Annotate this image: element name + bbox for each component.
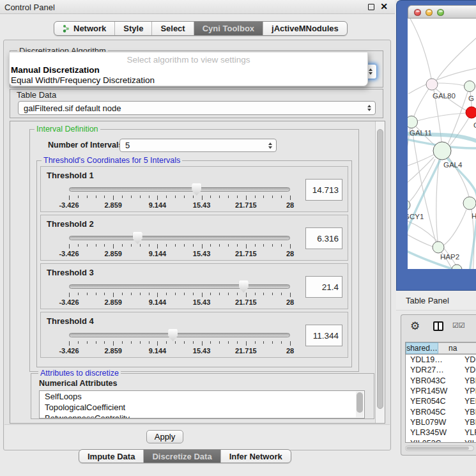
cell-shared-name[interactable]: YDL19… (406, 355, 459, 364)
bottom-tab-discretize-data[interactable]: Discretize Data (144, 450, 220, 463)
slider-track[interactable] (69, 333, 290, 337)
cell-name[interactable]: YER0 (459, 397, 476, 406)
bottom-tab-infer-network[interactable]: Infer Network (221, 450, 291, 463)
cell-shared-name[interactable]: YER054C (406, 397, 459, 406)
network-node[interactable] (408, 116, 418, 128)
table-row[interactable]: YDR27…YDR2 (406, 365, 476, 375)
threshold-slider[interactable]: -3.4262.8599.14415.4321.71528 (69, 280, 290, 307)
threshold-value-field[interactable]: 21.4 (305, 276, 342, 298)
network-edge[interactable] (408, 229, 433, 247)
split-columns-icon[interactable] (433, 321, 443, 331)
network-edge[interactable] (414, 89, 429, 116)
table-row[interactable]: YIL053CYIL0 (406, 438, 476, 443)
threshold-slider[interactable]: -3.4262.8599.14415.4321.71528 (69, 329, 290, 356)
attribute-list-scrollbar[interactable] (356, 392, 364, 417)
network-edge[interactable] (410, 19, 431, 79)
table-row[interactable]: YBR045CYBR0 (406, 406, 476, 417)
attribute-list-item[interactable]: SelfLoops (40, 391, 364, 402)
network-node[interactable] (464, 81, 475, 92)
network-edge-thick[interactable] (443, 154, 476, 269)
table-data-combobox[interactable]: galFiltered.sif default node (18, 101, 376, 115)
tab-style[interactable]: Style (115, 22, 152, 35)
select-columns-icon[interactable]: ☑☑ (452, 321, 465, 330)
menu-item-equal-width-frequency[interactable]: Equal Width/Frequency Discretization (11, 75, 155, 85)
cell-name[interactable]: YBR0 (459, 408, 476, 417)
bottom-tab-impute-data[interactable]: Impute Data (79, 450, 144, 463)
cell-name[interactable]: YBL0 (459, 418, 476, 427)
cell-name[interactable]: YBR0 (459, 376, 476, 385)
menu-item-manual-discretization[interactable]: Manual Discretization (11, 65, 100, 75)
apply-button[interactable]: Apply (146, 430, 183, 443)
threshold-slider[interactable]: -3.4262.8599.14415.4321.71528 (69, 232, 290, 259)
cell-name[interactable]: YDL1 (459, 355, 476, 364)
table-panel-titlebar[interactable]: Table Panel (396, 291, 476, 311)
cell-shared-name[interactable]: YLR345W (406, 428, 459, 437)
numerical-attributes-list[interactable]: SelfLoopsTopologicalCoefficientBetweenne… (39, 390, 365, 418)
close-traffic-light[interactable] (414, 9, 421, 16)
scrollbar-thumb[interactable] (377, 129, 383, 409)
cell-name[interactable]: YPR1 (459, 387, 476, 395)
settings-vertical-scrollbar[interactable] (375, 121, 385, 423)
tab-network[interactable]: Network (54, 22, 115, 35)
column-header-name[interactable]: na (438, 342, 476, 354)
network-edge[interactable] (443, 210, 466, 246)
scrollbar-thumb[interactable] (357, 392, 363, 413)
network-edge[interactable] (436, 38, 476, 81)
float-window-icon[interactable] (368, 4, 374, 10)
cell-shared-name[interactable]: YPR145W (406, 387, 459, 395)
table-horizontal-scrollbar[interactable] (405, 445, 474, 451)
close-icon[interactable]: ✕ (380, 1, 388, 12)
table-row[interactable]: YBL079WYBL0 (406, 417, 476, 427)
cell-name[interactable]: YIL0 (459, 439, 476, 443)
table-row[interactable]: YER054CYER0 (406, 396, 476, 406)
slider-track[interactable] (69, 187, 290, 192)
tab-cyni-toolbox[interactable]: Cyni Toolbox (194, 22, 263, 35)
threshold-value-field[interactable]: 11.344 (305, 325, 342, 346)
zoom-traffic-light[interactable] (437, 9, 444, 16)
cell-name[interactable]: YDR2 (459, 365, 476, 374)
gear-icon[interactable]: ⚙ (410, 320, 420, 333)
slider-track[interactable] (69, 284, 290, 289)
cell-shared-name[interactable]: YBR043C (406, 376, 459, 385)
tab-select[interactable]: Select (152, 22, 194, 35)
table-row[interactable]: YPR145WYPR1 (406, 386, 476, 396)
number-of-intervals-combobox[interactable]: 5 (119, 139, 277, 152)
network-window-titlebar[interactable] (408, 5, 476, 19)
cell-shared-name[interactable]: YIL053C (406, 439, 459, 443)
network-edge[interactable] (417, 113, 466, 121)
table-row[interactable]: YBR043CYBR0 (406, 376, 476, 386)
control-panel-titlebar[interactable]: Control Panel ✕ (0, 0, 395, 14)
network-edge[interactable] (437, 83, 464, 86)
network-node[interactable] (466, 107, 476, 118)
table-row[interactable]: YDL19…YDL1 (406, 355, 476, 365)
network-edge[interactable] (449, 118, 469, 146)
attribute-list-item[interactable]: BetweennessCentrality (40, 413, 364, 418)
slider-track[interactable] (69, 236, 290, 240)
slider-thumb[interactable] (133, 232, 142, 244)
cell-shared-name[interactable]: YBL079W (406, 418, 459, 427)
table-row[interactable]: YLR345WYLR3 (406, 427, 476, 438)
threshold-value-field[interactable]: 14.713 (305, 179, 342, 201)
network-node[interactable] (433, 242, 444, 253)
network-node[interactable] (426, 79, 438, 90)
threshold-slider[interactable]: -3.4262.8599.14415.4321.71528 (69, 183, 290, 210)
cell-shared-name[interactable]: YBR045C (406, 408, 459, 417)
slider-thumb[interactable] (239, 280, 249, 293)
slider-thumb[interactable] (168, 329, 178, 341)
algorithm-hint-item[interactable]: Select algorithm to view settings (10, 55, 367, 65)
network-node[interactable] (452, 265, 462, 269)
network-node[interactable] (463, 197, 476, 210)
cell-name[interactable]: YLR3 (459, 428, 476, 437)
network-canvas[interactable]: GAL80GCGAL11GAL4GCY1HHAP2 (408, 19, 476, 269)
slider-thumb[interactable] (192, 183, 201, 196)
cell-shared-name[interactable]: YDR27… (406, 365, 459, 374)
column-header-shared-name[interactable]: shared… (406, 342, 438, 354)
scrollbar-thumb[interactable] (406, 447, 469, 450)
network-node[interactable] (433, 142, 451, 160)
attribute-list-item[interactable]: TopologicalCoefficient (40, 402, 364, 413)
threshold-value-field[interactable]: 6.316 (305, 227, 342, 249)
minimize-traffic-light[interactable] (426, 9, 433, 16)
network-edge[interactable] (436, 160, 439, 242)
tab-jactivemnodules[interactable]: jActiveMNodules (263, 22, 347, 35)
network-edge[interactable] (408, 128, 410, 196)
